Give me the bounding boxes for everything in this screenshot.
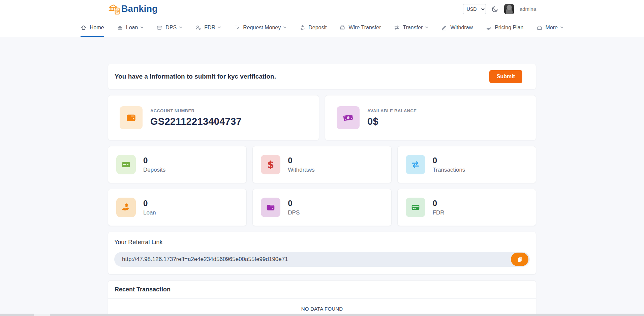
- nav-label: Transfer: [403, 25, 423, 31]
- nav-label: Pricing Plan: [495, 25, 523, 31]
- nav-label: Wire Transfer: [348, 25, 381, 31]
- swap-arrows-icon: [394, 25, 400, 31]
- account-number-card: ACCOUNT NUMBER GS22112213404737: [108, 95, 319, 140]
- swoosh-icon: [486, 25, 492, 31]
- brand-logo[interactable]: $ Banking: [108, 3, 158, 15]
- nav-item-home[interactable]: Home: [81, 18, 104, 37]
- chevron-down-icon: [140, 26, 144, 29]
- credit-card-icon: [406, 198, 425, 217]
- horizontal-scrollbar[interactable]: [0, 314, 644, 316]
- svg-text:$: $: [117, 10, 118, 12]
- chevron-down-icon: [425, 26, 428, 29]
- referral-link-input[interactable]: [114, 252, 530, 267]
- bank-logo-icon: $: [108, 3, 121, 15]
- nav-label: More: [546, 25, 558, 31]
- stat-card-fdr: 0 FDR: [397, 189, 536, 226]
- nav-label: Home: [90, 25, 104, 31]
- available-balance-value: 0$: [367, 116, 417, 127]
- nav-label: Withdraw: [450, 25, 473, 31]
- stat-card-deposits: 0 Deposits: [108, 146, 247, 183]
- briefcase-icon: [536, 25, 543, 31]
- nav-item-request-money[interactable]: Request Money: [234, 18, 286, 37]
- wallet-icon: [120, 106, 143, 129]
- nav-label: FDR: [204, 25, 215, 31]
- scrollbar-thumb[interactable]: [34, 314, 50, 316]
- stat-label: FDR: [433, 209, 444, 216]
- kyc-submit-button[interactable]: Submit: [489, 70, 522, 83]
- pos-machine-icon: [339, 25, 345, 31]
- available-balance-card: AVAILABLE BALANCE 0$: [325, 95, 536, 140]
- chevron-down-icon: [218, 26, 221, 29]
- stat-value: 0: [143, 199, 156, 208]
- account-number-value: GS22112213404737: [150, 116, 242, 127]
- pen-icon: [441, 25, 447, 31]
- stat-card-transactions: 0 Transactions: [397, 146, 536, 183]
- recent-transactions-title: Recent Transaction: [108, 281, 536, 298]
- credit-card-icon: [116, 155, 136, 174]
- available-balance-label: AVAILABLE BALANCE: [367, 108, 417, 113]
- referral-title: Your Referral Link: [114, 239, 530, 246]
- stat-label: Loan: [143, 209, 156, 216]
- stat-value: 0: [143, 156, 165, 165]
- wallet-icon: [261, 198, 280, 217]
- stat-value: 0: [288, 156, 314, 165]
- user-gear-icon: [195, 25, 201, 31]
- copy-icon: [516, 256, 523, 263]
- stat-label: Deposits: [143, 167, 165, 173]
- nav-item-more[interactable]: More: [536, 18, 563, 37]
- brand-name: Banking: [121, 4, 158, 14]
- stat-card-loan: 0 Loan: [108, 189, 247, 226]
- dark-mode-toggle[interactable]: [491, 5, 499, 13]
- nav-item-withdraw[interactable]: Withdraw: [441, 18, 473, 37]
- nav-item-dps[interactable]: DPS: [156, 18, 182, 37]
- cash-register-icon: [117, 25, 123, 31]
- stat-value: 0: [288, 199, 300, 208]
- chevron-down-icon: [283, 26, 286, 29]
- stat-label: Withdraws: [288, 167, 314, 173]
- nav-item-pricing-plan[interactable]: Pricing Plan: [486, 18, 523, 37]
- nav-item-deposit[interactable]: Deposit: [299, 18, 327, 37]
- stat-value: 0: [433, 199, 444, 208]
- avatar[interactable]: [504, 4, 514, 14]
- stat-label: Transactions: [433, 167, 465, 173]
- nav-item-fdr[interactable]: FDR: [195, 18, 221, 37]
- chevron-down-icon: [179, 26, 182, 29]
- nav-label: DPS: [165, 25, 177, 31]
- stat-card-withdraws: $ 0 Withdraws: [252, 146, 391, 183]
- stat-card-dps: 0 DPS: [252, 189, 391, 226]
- top-header: $ Banking USD admina: [0, 0, 644, 18]
- chevron-down-icon: [560, 26, 563, 29]
- nav-label: Request Money: [243, 25, 281, 31]
- account-number-label: ACCOUNT NUMBER: [150, 108, 242, 113]
- dollar-icon: $: [261, 155, 280, 174]
- hand-coin-icon: [299, 25, 305, 31]
- currency-select[interactable]: USD: [463, 4, 486, 14]
- nav-label: Deposit: [308, 25, 327, 31]
- stat-value: 0: [433, 156, 465, 165]
- stat-label: DPS: [288, 209, 300, 216]
- home-icon: [81, 25, 87, 31]
- main-nav: Home Loan DPS FDR Request Money Deposit: [0, 18, 644, 37]
- edit-document-icon: [234, 25, 240, 31]
- copy-referral-button[interactable]: [511, 253, 528, 266]
- nav-item-loan[interactable]: Loan: [117, 18, 144, 37]
- hand-coin-icon: [116, 198, 136, 217]
- kyc-message: You have a information to submit for kyc…: [115, 73, 276, 80]
- kyc-banner: You have a information to submit for kyc…: [108, 64, 536, 89]
- recent-transactions-card: Recent Transaction NO DATA FOUND: [108, 280, 536, 316]
- username: admina: [520, 6, 536, 12]
- referral-card: Your Referral Link: [108, 232, 536, 275]
- nav-item-transfer[interactable]: Transfer: [394, 18, 428, 37]
- banknote-icon: [337, 106, 360, 129]
- swap-arrows-icon: [406, 155, 425, 174]
- moon-icon: [491, 5, 499, 13]
- nav-item-wire-transfer[interactable]: Wire Transfer: [339, 18, 381, 37]
- archive-icon: [156, 25, 162, 31]
- nav-label: Loan: [126, 25, 138, 31]
